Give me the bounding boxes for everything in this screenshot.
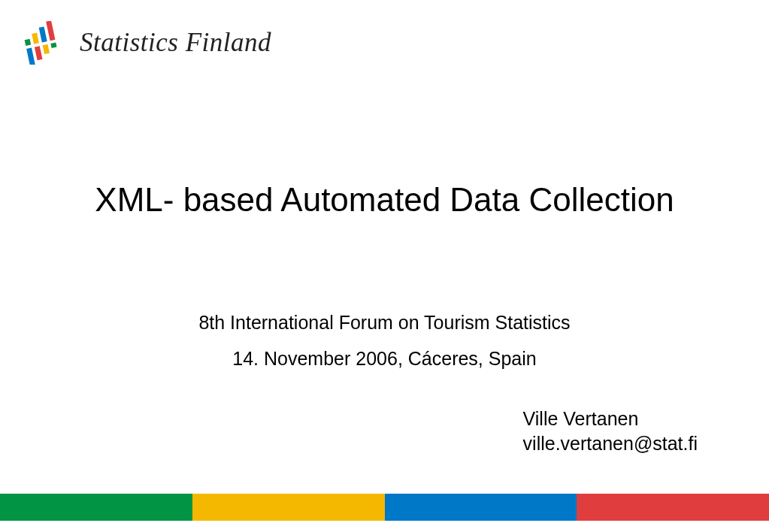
author-name: Ville Vertanen bbox=[523, 407, 698, 432]
subtitle-line-2: 14. November 2006, Cáceres, Spain bbox=[0, 341, 769, 377]
header: Statistics Finland bbox=[0, 0, 769, 65]
footer-bar-blue bbox=[385, 494, 577, 521]
svg-rect-6 bbox=[43, 44, 50, 54]
brand-name: Statistics Finland bbox=[80, 28, 271, 58]
svg-rect-7 bbox=[50, 43, 56, 48]
svg-rect-5 bbox=[35, 46, 43, 60]
footer-bar-green bbox=[0, 494, 192, 521]
footer-bar-yellow bbox=[192, 494, 385, 521]
subtitle-block: 8th International Forum on Tourism Stati… bbox=[0, 305, 769, 376]
svg-rect-2 bbox=[39, 26, 47, 42]
statistics-finland-logo-icon bbox=[21, 21, 66, 65]
footer-color-bars bbox=[0, 494, 769, 521]
svg-rect-4 bbox=[26, 47, 35, 65]
footer-bar-red bbox=[577, 494, 769, 521]
slide-title: XML- based Automated Data Collection bbox=[0, 181, 769, 219]
author-email: ville.vertanen@stat.fi bbox=[523, 431, 698, 457]
svg-rect-0 bbox=[25, 39, 32, 46]
subtitle-line-1: 8th International Forum on Tourism Stati… bbox=[0, 305, 769, 341]
svg-rect-1 bbox=[32, 33, 39, 44]
author-block: Ville Vertanen ville.vertanen@stat.fi bbox=[523, 407, 698, 458]
svg-rect-3 bbox=[46, 21, 55, 41]
